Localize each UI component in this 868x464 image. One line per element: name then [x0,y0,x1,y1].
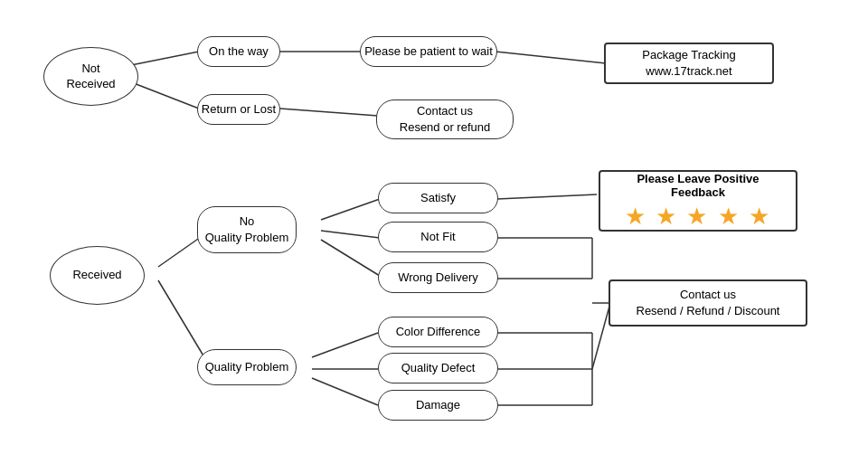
contact-resend-refund-node: Contact us Resend or refund [376,99,514,139]
stars-display: ★ ★ ★ ★ ★ [625,203,771,231]
svg-line-22 [592,303,610,369]
svg-line-12 [312,378,378,405]
svg-line-9 [321,240,380,276]
svg-line-3 [495,52,606,63]
wrong-delivery-node: Wrong Delivery [378,262,498,293]
no-quality-problem-node: No Quality Problem [197,206,297,253]
satisfy-node: Satisfy [378,183,498,213]
not-fit-node: Not Fit [378,222,498,252]
svg-line-13 [497,194,597,199]
patient-node: Please be patient to wait [360,36,497,67]
feedback-text: Please Leave Positive Feedback [609,172,787,199]
svg-line-4 [280,109,378,116]
on-the-way-node: On the way [197,36,280,67]
contact-resend-refund-discount-node: Contact us Resend / Refund / Discount [609,279,807,327]
positive-feedback-node: Please Leave Positive Feedback ★ ★ ★ ★ ★ [599,170,797,232]
quality-defect-node: Quality Defect [378,353,498,384]
damage-node: Damage [378,390,498,421]
color-difference-node: Color Difference [378,317,498,347]
return-lost-node: Return or Lost [197,94,280,125]
received-node: Received [50,246,145,305]
svg-line-8 [321,231,380,238]
svg-line-7 [321,199,380,220]
not-received-node: Not Received [43,47,138,106]
svg-line-10 [312,333,378,357]
package-tracking-node: Package Tracking www.17track.net [604,43,774,84]
quality-problem-node: Quality Problem [197,349,297,385]
